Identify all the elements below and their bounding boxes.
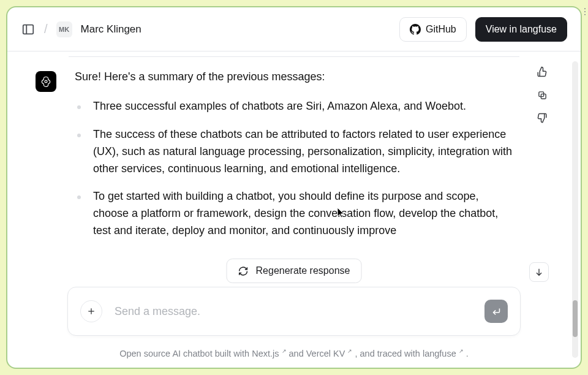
scrollbar-track[interactable]: [572, 61, 578, 358]
summary-list: Three successful examples of chatbots ar…: [75, 98, 516, 240]
regenerate-label: Regenerate response: [256, 265, 350, 276]
footer-end: .: [466, 349, 469, 358]
nextjs-link[interactable]: ↗: [282, 349, 287, 358]
list-item: To get started with building a chatbot, …: [86, 188, 516, 240]
sidebar-toggle-button[interactable]: [21, 22, 36, 37]
thumbs-up-icon: [537, 66, 548, 77]
view-in-langfuse-label: View in langfuse: [486, 24, 557, 35]
github-button[interactable]: GitHub: [399, 17, 467, 42]
refresh-icon: [238, 266, 249, 276]
view-in-langfuse-button[interactable]: View in langfuse: [475, 17, 567, 42]
thumbs-up-button[interactable]: [537, 66, 548, 77]
panel-left-icon: [21, 23, 35, 36]
footer-note: Open source AI chatbot built with Next.j…: [7, 348, 581, 358]
new-chat-button[interactable]: [80, 300, 102, 322]
breadcrumb-separator: /: [44, 22, 48, 36]
user-avatar: MK: [56, 21, 72, 37]
github-icon: [410, 24, 421, 35]
scrollbar-thumb[interactable]: [573, 300, 578, 337]
copy-icon: [537, 90, 548, 100]
assistant-message-intro: Sure! Here's a summary of the previous m…: [75, 69, 516, 86]
footer-text-1: Open source AI chatbot built with Next.j…: [119, 349, 279, 358]
enter-icon: [491, 306, 502, 317]
openai-icon: [40, 75, 52, 88]
svg-point-2: [45, 80, 47, 83]
assistant-message-row: Sure! Here's a summary of the previous m…: [7, 51, 581, 251]
top-bar: / MK Marc Klingen GitHub View in langfus…: [7, 7, 581, 51]
app-window: / MK Marc Klingen GitHub View in langfus…: [6, 6, 582, 369]
message-divider: [69, 56, 519, 57]
list-item: The success of these chatbots can be att…: [86, 126, 516, 178]
github-button-label: GitHub: [426, 24, 456, 35]
copy-button[interactable]: [537, 89, 548, 100]
browser-more-icon: ⋯: [580, 7, 589, 15]
footer-text-2: and Vercel KV: [289, 349, 345, 358]
user-name: Marc Klingen: [81, 23, 141, 36]
regenerate-response-button[interactable]: Regenerate response: [227, 259, 362, 283]
scroll-to-bottom-button[interactable]: [529, 262, 549, 282]
arrow-down-icon: [534, 267, 544, 277]
thumbs-down-icon: [537, 113, 548, 124]
vercel-kv-link[interactable]: ↗: [347, 349, 352, 358]
footer-text-3: , and traced with langfuse: [355, 349, 456, 358]
svg-rect-0: [23, 25, 34, 34]
assistant-message: Sure! Here's a summary of the previous m…: [75, 69, 516, 251]
list-item: Three successful examples of chatbots ar…: [86, 98, 516, 115]
feedback-toolbar: [537, 66, 548, 124]
plus-icon: [86, 306, 96, 316]
langfuse-link[interactable]: ↗: [459, 349, 464, 358]
message-input[interactable]: [113, 305, 473, 319]
message-input-bar: [67, 287, 521, 336]
send-button[interactable]: [484, 300, 508, 323]
assistant-avatar: [36, 71, 56, 92]
thumbs-down-button[interactable]: [537, 113, 548, 124]
